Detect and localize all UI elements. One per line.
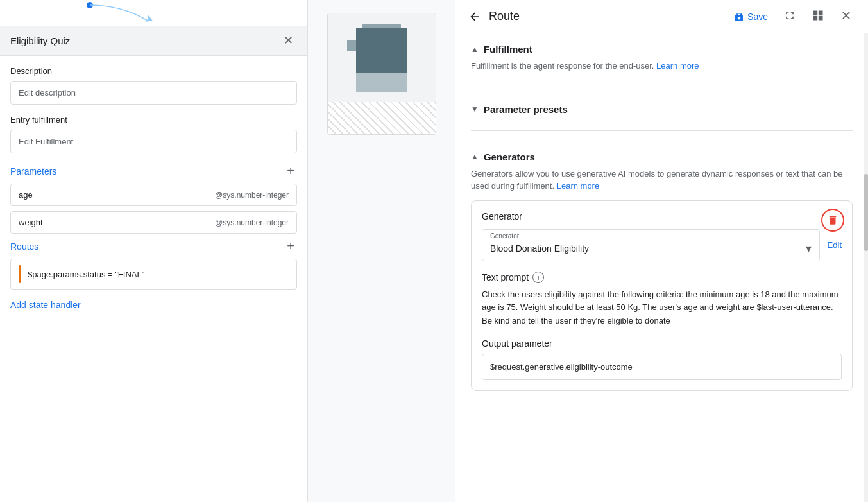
close-button[interactable]: ✕ <box>280 32 297 49</box>
scrollbar-thumb <box>864 174 868 251</box>
fulfillment-chevron-up: ▲ <box>471 45 479 54</box>
parameters-list: age @sys.number-integer weight @sys.numb… <box>10 184 297 234</box>
add-parameter-button[interactable]: + <box>284 164 297 178</box>
save-button[interactable]: Save <box>728 7 773 26</box>
fullscreen-icon <box>783 9 796 22</box>
scrollbar[interactable] <box>864 33 868 502</box>
right-content: ▲ Fulfillment Fulfillment is the agent r… <box>455 33 868 502</box>
param-name-weight: weight <box>19 218 43 227</box>
route-row[interactable]: $page.params.status = "FINAL" <box>10 259 297 290</box>
parameters-header: Parameters + <box>10 164 297 178</box>
delete-generator-button[interactable] <box>821 209 844 232</box>
output-param-label: Output parameter <box>482 338 842 349</box>
flow-connector <box>0 0 307 26</box>
description-field[interactable]: Edit description <box>10 81 297 105</box>
divider-1 <box>471 83 853 83</box>
canvas-block-light <box>356 73 407 92</box>
route-condition: $page.params.status = "FINAL" <box>28 270 144 279</box>
grid-icon <box>812 9 824 22</box>
save-icon <box>733 11 745 22</box>
entry-fulfillment-field[interactable]: Edit Fulfillment <box>10 130 297 153</box>
param-type-age: @sys.number-integer <box>215 191 289 200</box>
add-state-handler-link[interactable]: Add state handler <box>10 300 81 310</box>
panel-title: Eligibility Quiz <box>10 35 70 46</box>
left-panel: Eligibility Quiz ✕ Description Edit desc… <box>0 0 308 502</box>
divider-2 <box>471 130 853 131</box>
canvas-block-side <box>347 40 356 51</box>
generator-select-value: Blood Donation Eligibility ▾ <box>490 238 812 255</box>
generator-card: Generator Generator Blood Donation Eligi… <box>471 200 853 391</box>
presets-chevron-down: ▼ <box>471 105 479 114</box>
generators-learn-more[interactable]: Learn more <box>557 181 599 191</box>
right-header: Route Save <box>455 0 868 33</box>
save-label: Save <box>747 12 768 22</box>
back-button[interactable] <box>466 8 484 26</box>
fulfillment-learn-more[interactable]: Learn more <box>656 61 699 71</box>
panel-content: Description Edit description Entry fulfi… <box>0 56 307 502</box>
param-name-age: age <box>19 190 33 200</box>
fulfillment-description: Fulfillment is the agent response for th… <box>471 60 853 73</box>
param-row-weight[interactable]: weight @sys.number-integer <box>10 211 297 234</box>
close-icon <box>840 9 853 22</box>
generators-header[interactable]: ▲ Generators <box>471 141 853 168</box>
right-panel: Route Save ▲ Fulfillment <box>455 0 868 502</box>
back-icon <box>468 10 481 23</box>
entry-fulfillment-label: Entry fulfillment <box>10 115 297 125</box>
routes-list: $page.params.status = "FINAL" <box>10 259 297 290</box>
param-row-age[interactable]: age @sys.number-integer <box>10 184 297 206</box>
routes-header: Routes + <box>10 239 297 254</box>
description-label: Description <box>10 66 297 76</box>
generator-card-title: Generator <box>482 211 842 221</box>
output-param-field[interactable]: $request.generative.eligibility-outcome <box>482 354 842 380</box>
close-right-button[interactable] <box>835 6 858 27</box>
grid-button[interactable] <box>806 6 830 27</box>
generator-select-label: Generator <box>490 232 519 239</box>
generators-description: Generators allow you to use generative A… <box>471 168 853 193</box>
trash-icon <box>827 214 838 226</box>
flow-line <box>83 0 160 26</box>
generators-title: Generators <box>484 151 535 162</box>
svg-marker-2 <box>146 17 152 22</box>
prompt-text: Check the users eligibility against the … <box>482 288 842 328</box>
fulfillment-header[interactable]: ▲ Fulfillment <box>471 33 853 60</box>
info-icon: i <box>532 272 544 283</box>
canvas-block-main <box>356 28 407 73</box>
text-prompt-label: Text prompt <box>482 272 529 282</box>
parameters-link[interactable]: Parameters <box>10 166 56 177</box>
edit-generator-link[interactable]: Edit <box>828 240 842 250</box>
generator-dropdown-row: Generator Blood Donation Eligibility ▾ E… <box>482 229 842 261</box>
generator-select-container[interactable]: Generator Blood Donation Eligibility ▾ <box>482 229 820 261</box>
generators-chevron-up: ▲ <box>471 152 479 161</box>
fullscreen-button[interactable] <box>778 6 801 27</box>
middle-panel <box>308 0 455 502</box>
canvas-block-container <box>356 24 407 92</box>
canvas-node-inner <box>328 13 436 102</box>
param-type-weight: @sys.number-integer <box>215 218 289 227</box>
route-indicator <box>19 265 21 283</box>
fulfillment-title: Fulfillment <box>484 44 532 55</box>
route-title: Route <box>489 10 723 23</box>
parameter-presets-title: Parameter presets <box>484 104 568 115</box>
add-route-button[interactable]: + <box>284 239 297 254</box>
parameter-presets-header[interactable]: ▼ Parameter presets <box>471 94 853 120</box>
routes-link[interactable]: Routes <box>10 241 38 252</box>
canvas-hatching <box>328 102 436 134</box>
dropdown-chevron-icon: ▾ <box>806 241 812 255</box>
canvas-node <box>327 13 436 135</box>
text-prompt-row: Text prompt i <box>482 272 842 283</box>
panel-header: Eligibility Quiz ✕ <box>0 26 307 56</box>
